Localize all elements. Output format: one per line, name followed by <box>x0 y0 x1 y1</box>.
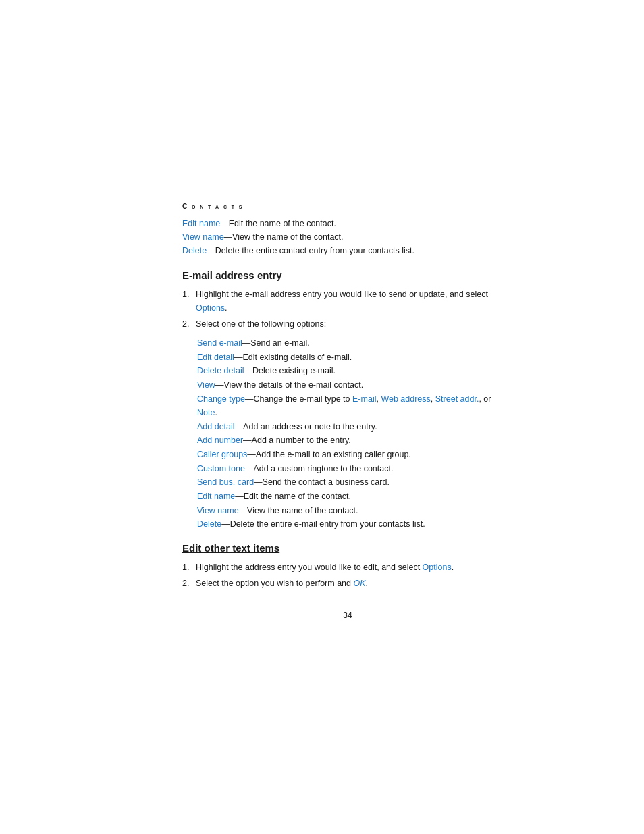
contacts-options: Edit name—Edit the name of the contact. … <box>182 217 513 257</box>
edit-other-step-1-text: Highlight the address entry you would li… <box>196 561 454 574</box>
email-step-2: 2. Select one of the following options: <box>182 317 513 331</box>
page: C o n t a c t s Edit name—Edit the name … <box>0 0 644 834</box>
edit-other-heading: Edit other text items <box>182 542 513 554</box>
email-edit-name-link[interactable]: Edit name <box>197 492 235 501</box>
option-custom-tone: Custom tone—Add a custom ringtone to the… <box>197 462 513 476</box>
contacts-option-delete: Delete—Delete the entire contact entry f… <box>182 244 513 257</box>
option-view: View—View the details of the e-mail cont… <box>197 378 513 392</box>
edit-name-desc: —Edit the name of the contact. <box>220 219 336 228</box>
option-email-delete: Delete—Delete the entire e-mail entry fr… <box>197 517 513 531</box>
custom-tone-link[interactable]: Custom tone <box>197 464 245 473</box>
email-view-name-link[interactable]: View name <box>197 506 239 515</box>
edit-other-step-1: 1. Highlight the address entry you would… <box>182 561 513 574</box>
add-detail-link[interactable]: Add detail <box>197 422 235 432</box>
option-email-edit-name: Edit name—Edit the name of the contact. <box>197 490 513 504</box>
edit-other-step-2: 2. Select the option you wish to perform… <box>182 577 513 590</box>
option-send-bus-card: Send bus. card—Send the contact a busine… <box>197 475 513 490</box>
option-delete-detail: Delete detail—Delete existing e-mail. <box>197 364 513 378</box>
caller-groups-link[interactable]: Caller groups <box>197 450 247 459</box>
delete-desc: —Delete the entire contact entry from yo… <box>207 246 414 255</box>
add-number-link[interactable]: Add number <box>197 436 243 445</box>
edit-other-ok-link[interactable]: OK <box>353 579 365 588</box>
edit-other-step-2-text: Select the option you wish to perform an… <box>196 577 368 590</box>
edit-other-section: Edit other text items 1. Highlight the a… <box>182 542 513 590</box>
option-caller-groups: Caller groups—Add the e-mail to an exist… <box>197 448 513 462</box>
view-link[interactable]: View <box>197 380 215 390</box>
edit-detail-link[interactable]: Edit detail <box>197 353 234 362</box>
email-section: E-mail address entry 1. Highlight the e-… <box>182 269 513 531</box>
change-type-link[interactable]: Change type <box>197 394 245 404</box>
content-area: C o n t a c t s Edit name—Edit the name … <box>182 203 513 620</box>
contacts-option-edit-name: Edit name—Edit the name of the contact. <box>182 217 513 230</box>
step-1-num: 1. <box>182 288 192 315</box>
step-2-num: 2. <box>182 317 192 331</box>
change-type-note-link[interactable]: Note <box>197 408 215 417</box>
send-email-link[interactable]: Send e-mail <box>197 338 242 348</box>
change-type-street-link[interactable]: Street addr. <box>435 394 479 404</box>
option-send-email: Send e-mail—Send an e-mail. <box>197 336 513 350</box>
view-name-desc: —View the name of the contact. <box>224 232 344 242</box>
edit-other-step-2-num: 2. <box>182 577 192 590</box>
delete-detail-link[interactable]: Delete detail <box>197 366 244 375</box>
step-1-options-link[interactable]: Options <box>196 303 225 313</box>
option-add-number: Add number—Add a number to the entry. <box>197 434 513 448</box>
step-2-text: Select one of the following options: <box>196 317 326 331</box>
email-section-heading: E-mail address entry <box>182 269 513 281</box>
section-label: C o n t a c t s <box>182 203 513 210</box>
edit-other-options-link[interactable]: Options <box>423 563 452 572</box>
email-options-list: Send e-mail—Send an e-mail. Edit detail—… <box>197 336 513 531</box>
edit-other-step-1-num: 1. <box>182 561 192 574</box>
change-type-email-link[interactable]: E-mail <box>352 394 376 404</box>
page-number: 34 <box>182 610 513 620</box>
edit-other-steps-list: 1. Highlight the address entry you would… <box>182 561 513 590</box>
option-add-detail: Add detail—Add an address or note to the… <box>197 420 513 434</box>
email-steps-list: 1. Highlight the e-mail address entry yo… <box>182 288 513 331</box>
email-step-1: 1. Highlight the e-mail address entry yo… <box>182 288 513 315</box>
contacts-option-view-name: View name—View the name of the contact. <box>182 230 513 244</box>
option-email-view-name: View name—View the name of the contact. <box>197 504 513 518</box>
option-edit-detail: Edit detail—Edit existing details of e-m… <box>197 350 513 365</box>
view-name-link[interactable]: View name <box>182 232 224 242</box>
edit-name-link[interactable]: Edit name <box>182 219 220 228</box>
change-type-web-link[interactable]: Web address <box>381 394 430 404</box>
email-delete-link[interactable]: Delete <box>197 519 221 529</box>
send-bus-card-link[interactable]: Send bus. card <box>197 477 254 487</box>
step-1-text: Highlight the e-mail address entry you w… <box>196 288 513 315</box>
delete-link[interactable]: Delete <box>182 246 207 255</box>
option-change-type: Change type—Change the e-mail type to E-… <box>197 392 513 420</box>
